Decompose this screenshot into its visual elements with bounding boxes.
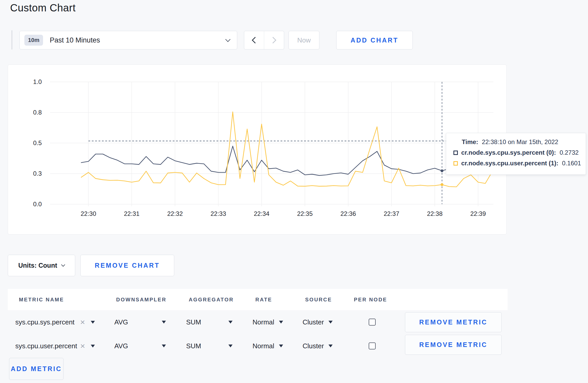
metrics-table-header: METRIC NAME DOWNSAMPLER AGGREGATOR RATE … — [8, 289, 508, 310]
series-sys-swatch-icon — [453, 151, 458, 155]
table-row: sys.cpu.user.percent × AVG SUM Normal Cl… — [8, 334, 508, 358]
per-node-checkbox[interactable] — [369, 343, 376, 350]
chevron-down-icon — [225, 37, 230, 42]
remove-metric-name-icon[interactable]: × — [80, 318, 85, 326]
remove-metric-name-icon[interactable]: × — [80, 342, 85, 350]
y-tick-label: 0.0 — [33, 201, 42, 208]
chevron-right-icon — [270, 37, 276, 43]
x-tick-label: 22:30 — [81, 210, 96, 217]
chart-tooltip: Time: 22:38:10 on Mar 15th, 2022 cr.node… — [446, 133, 586, 175]
header-rate: RATE — [255, 297, 272, 303]
metric-name-dropdown[interactable]: sys.cpu.sys.percent × — [15, 318, 95, 326]
add-chart-button[interactable]: ADD CHART — [336, 31, 413, 49]
header-source: SOURCE — [305, 297, 332, 303]
hover-point — [440, 169, 443, 172]
metric-name-dropdown[interactable]: sys.cpu.user.percent × — [15, 342, 95, 350]
hover-point — [440, 183, 443, 186]
chevron-down-icon — [61, 263, 65, 267]
caret-down-icon — [91, 345, 95, 347]
per-node-checkbox[interactable] — [369, 319, 376, 326]
x-tick-label: 22:33 — [211, 210, 226, 217]
header-downsampler: DOWNSAMPLER — [116, 297, 166, 303]
x-tick-label: 22:37 — [384, 210, 399, 217]
tooltip-series-sys-label: cr.node.sys.cpu.sys.percent (0): — [461, 149, 556, 156]
timeseries-chart[interactable]: 1.00.80.50.30.022:3022:3122:3222:3322:34… — [8, 65, 506, 234]
y-tick-label: 0.5 — [33, 139, 42, 146]
units-label: Units: Count — [18, 262, 57, 269]
tooltip-time-label: Time: — [462, 138, 478, 146]
now-button[interactable]: Now — [289, 31, 319, 49]
caret-down-icon — [328, 345, 333, 347]
chevron-left-icon — [252, 37, 258, 43]
caret-down-icon — [228, 321, 233, 324]
downsampler-dropdown[interactable]: AVG — [114, 342, 166, 350]
x-tick-label: 22:38 — [427, 210, 443, 217]
x-tick-label: 22:32 — [167, 210, 183, 217]
caret-down-icon — [162, 345, 166, 347]
tooltip-series-user-label: cr.node.sys.cpu.user.percent (1): — [461, 160, 558, 167]
downsampler-dropdown[interactable]: AVG — [114, 318, 166, 326]
caret-down-icon — [279, 345, 283, 347]
x-tick-label: 22:34 — [254, 210, 269, 217]
x-tick-label: 22:31 — [124, 210, 139, 217]
remove-chart-button[interactable]: REMOVE CHART — [80, 255, 174, 276]
time-range-dropdown[interactable]: 10m Past 10 Minutes — [19, 31, 237, 49]
remove-metric-button[interactable]: REMOVE METRIC — [405, 335, 502, 355]
time-range-label: Past 10 Minutes — [50, 36, 100, 44]
header-per-node: PER NODE — [354, 297, 387, 303]
series-line — [81, 146, 493, 175]
header-aggregator: AGGREGATOR — [189, 297, 234, 303]
previous-time-button[interactable] — [244, 31, 264, 49]
toolbar-divider — [12, 30, 12, 49]
aggregator-dropdown[interactable]: SUM — [186, 342, 233, 350]
chart-panel: 1.00.80.50.30.022:3022:3122:3222:3322:34… — [8, 65, 507, 235]
caret-down-icon — [279, 321, 283, 324]
rate-dropdown[interactable]: Normal — [253, 318, 283, 326]
tooltip-series-sys-value: 0.2732 — [559, 149, 578, 156]
x-tick-label: 22:36 — [340, 210, 356, 217]
table-row: sys.cpu.sys.percent × AVG SUM Normal Clu… — [8, 310, 508, 334]
series-line — [81, 112, 493, 187]
aggregator-dropdown[interactable]: SUM — [186, 318, 233, 326]
time-range-badge: 10m — [24, 35, 43, 46]
x-tick-label: 22:35 — [297, 210, 313, 217]
header-metric-name: METRIC NAME — [19, 297, 64, 303]
y-tick-label: 1.0 — [33, 78, 42, 85]
x-tick-label: 22:39 — [470, 210, 486, 217]
page-title: Custom Chart — [10, 2, 76, 14]
caret-down-icon — [162, 321, 166, 324]
caret-down-icon — [228, 345, 233, 347]
source-dropdown[interactable]: Cluster — [303, 318, 333, 326]
tooltip-series-user-value: 0.1601 — [562, 160, 581, 167]
series-user-swatch-icon — [453, 161, 458, 166]
add-metric-button[interactable]: ADD METRIC — [9, 358, 64, 380]
source-dropdown[interactable]: Cluster — [303, 342, 333, 350]
tooltip-time-value: 22:38:10 on Mar 15th, 2022 — [482, 138, 558, 146]
y-tick-label: 0.8 — [33, 109, 42, 116]
next-time-button[interactable] — [264, 31, 284, 49]
rate-dropdown[interactable]: Normal — [253, 342, 283, 350]
units-dropdown[interactable]: Units: Count — [8, 255, 75, 276]
y-tick-label: 0.3 — [33, 170, 42, 177]
remove-metric-button[interactable]: REMOVE METRIC — [405, 312, 502, 332]
caret-down-icon — [328, 321, 333, 324]
caret-down-icon — [91, 321, 95, 324]
